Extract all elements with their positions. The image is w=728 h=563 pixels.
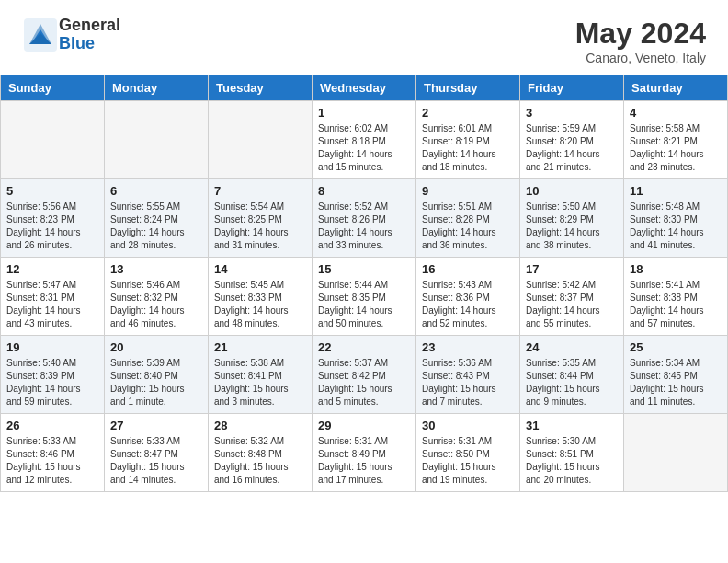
calendar-week-row: 1Sunrise: 6:02 AMSunset: 8:18 PMDaylight… — [1, 101, 728, 179]
calendar-week-row: 19Sunrise: 5:40 AMSunset: 8:39 PMDayligh… — [1, 336, 728, 414]
location: Canaro, Veneto, Italy — [575, 51, 706, 65]
col-header-sunday: Sunday — [1, 75, 105, 101]
col-header-tuesday: Tuesday — [209, 75, 313, 101]
day-number: 28 — [214, 419, 306, 432]
day-number: 8 — [318, 184, 410, 198]
calendar-cell: 2Sunrise: 6:01 AMSunset: 8:19 PMDaylight… — [416, 101, 520, 179]
page-header: General Blue May 2024 Canaro, Veneto, It… — [0, 0, 728, 75]
day-info: Sunrise: 5:58 AMSunset: 8:21 PMDaylight:… — [630, 122, 722, 174]
day-number: 12 — [6, 262, 98, 276]
day-number: 25 — [630, 340, 722, 354]
day-info: Sunrise: 5:37 AMSunset: 8:42 PMDaylight:… — [318, 357, 410, 408]
day-info: Sunrise: 5:55 AMSunset: 8:24 PMDaylight:… — [110, 201, 202, 252]
day-number: 29 — [318, 419, 410, 432]
day-info: Sunrise: 5:52 AMSunset: 8:26 PMDaylight:… — [318, 201, 410, 252]
day-number: 24 — [526, 340, 618, 354]
col-header-thursday: Thursday — [416, 75, 520, 101]
day-number: 17 — [526, 262, 618, 276]
day-info: Sunrise: 5:41 AMSunset: 8:38 PMDaylight:… — [630, 279, 722, 330]
day-number: 5 — [6, 184, 98, 198]
calendar-cell: 20Sunrise: 5:39 AMSunset: 8:40 PMDayligh… — [105, 336, 209, 414]
calendar-cell: 24Sunrise: 5:35 AMSunset: 8:44 PMDayligh… — [520, 336, 624, 414]
day-info: Sunrise: 5:43 AMSunset: 8:36 PMDaylight:… — [422, 279, 514, 330]
calendar-cell: 28Sunrise: 5:32 AMSunset: 8:48 PMDayligh… — [209, 414, 313, 492]
calendar-cell: 7Sunrise: 5:54 AMSunset: 8:25 PMDaylight… — [209, 179, 313, 258]
calendar-cell: 6Sunrise: 5:55 AMSunset: 8:24 PMDaylight… — [105, 179, 209, 258]
day-number: 3 — [526, 106, 618, 120]
calendar-cell: 8Sunrise: 5:52 AMSunset: 8:26 PMDaylight… — [313, 179, 416, 258]
logo: General Blue — [22, 17, 120, 53]
calendar-cell: 10Sunrise: 5:50 AMSunset: 8:29 PMDayligh… — [520, 179, 624, 258]
calendar-cell: 16Sunrise: 5:43 AMSunset: 8:36 PMDayligh… — [416, 258, 520, 336]
day-info: Sunrise: 5:48 AMSunset: 8:30 PMDaylight:… — [630, 201, 722, 252]
day-number: 15 — [318, 262, 410, 276]
day-number: 22 — [318, 340, 410, 354]
day-number: 11 — [630, 184, 722, 198]
day-number: 6 — [110, 184, 202, 198]
calendar-cell: 29Sunrise: 5:31 AMSunset: 8:49 PMDayligh… — [313, 414, 416, 492]
calendar-cell: 1Sunrise: 6:02 AMSunset: 8:18 PMDaylight… — [313, 101, 416, 179]
col-header-monday: Monday — [105, 75, 209, 101]
day-number: 27 — [110, 419, 202, 432]
day-number: 1 — [318, 106, 410, 120]
day-number: 26 — [6, 419, 98, 432]
calendar-cell: 12Sunrise: 5:47 AMSunset: 8:31 PMDayligh… — [1, 258, 105, 336]
col-header-wednesday: Wednesday — [313, 75, 416, 101]
calendar-cell: 31Sunrise: 5:30 AMSunset: 8:51 PMDayligh… — [520, 414, 624, 492]
calendar-cell: 9Sunrise: 5:51 AMSunset: 8:28 PMDaylight… — [416, 179, 520, 258]
day-info: Sunrise: 5:31 AMSunset: 8:49 PMDaylight:… — [318, 435, 410, 487]
day-number: 7 — [214, 184, 306, 198]
day-info: Sunrise: 5:56 AMSunset: 8:23 PMDaylight:… — [6, 201, 98, 252]
calendar-cell: 19Sunrise: 5:40 AMSunset: 8:39 PMDayligh… — [1, 336, 105, 414]
calendar-cell: 18Sunrise: 5:41 AMSunset: 8:38 PMDayligh… — [624, 258, 728, 336]
day-info: Sunrise: 5:40 AMSunset: 8:39 PMDaylight:… — [6, 357, 98, 408]
calendar-table: SundayMondayTuesdayWednesdayThursdayFrid… — [0, 75, 728, 492]
calendar-cell — [1, 101, 105, 179]
calendar-cell: 13Sunrise: 5:46 AMSunset: 8:32 PMDayligh… — [105, 258, 209, 336]
day-info: Sunrise: 5:36 AMSunset: 8:43 PMDaylight:… — [422, 357, 514, 408]
calendar-cell: 23Sunrise: 5:36 AMSunset: 8:43 PMDayligh… — [416, 336, 520, 414]
day-info: Sunrise: 5:38 AMSunset: 8:41 PMDaylight:… — [214, 357, 306, 408]
day-info: Sunrise: 5:31 AMSunset: 8:50 PMDaylight:… — [422, 435, 514, 487]
day-info: Sunrise: 6:02 AMSunset: 8:18 PMDaylight:… — [318, 122, 410, 174]
calendar-cell — [624, 414, 728, 492]
day-info: Sunrise: 5:35 AMSunset: 8:44 PMDaylight:… — [526, 357, 618, 408]
day-info: Sunrise: 5:44 AMSunset: 8:35 PMDaylight:… — [318, 279, 410, 330]
day-number: 13 — [110, 262, 202, 276]
day-info: Sunrise: 5:59 AMSunset: 8:20 PMDaylight:… — [526, 122, 618, 174]
calendar-cell: 4Sunrise: 5:58 AMSunset: 8:21 PMDaylight… — [624, 101, 728, 179]
day-info: Sunrise: 5:33 AMSunset: 8:47 PMDaylight:… — [110, 435, 202, 487]
calendar-cell: 15Sunrise: 5:44 AMSunset: 8:35 PMDayligh… — [313, 258, 416, 336]
calendar-cell: 30Sunrise: 5:31 AMSunset: 8:50 PMDayligh… — [416, 414, 520, 492]
logo-icon — [22, 17, 59, 53]
calendar-cell: 26Sunrise: 5:33 AMSunset: 8:46 PMDayligh… — [1, 414, 105, 492]
day-info: Sunrise: 5:33 AMSunset: 8:46 PMDaylight:… — [6, 435, 98, 487]
day-number: 23 — [422, 340, 514, 354]
calendar-cell: 25Sunrise: 5:34 AMSunset: 8:45 PMDayligh… — [624, 336, 728, 414]
day-info: Sunrise: 5:42 AMSunset: 8:37 PMDaylight:… — [526, 279, 618, 330]
day-number: 9 — [422, 184, 514, 198]
day-info: Sunrise: 5:46 AMSunset: 8:32 PMDaylight:… — [110, 279, 202, 330]
day-info: Sunrise: 5:34 AMSunset: 8:45 PMDaylight:… — [630, 357, 722, 408]
col-header-friday: Friday — [520, 75, 624, 101]
day-info: Sunrise: 5:30 AMSunset: 8:51 PMDaylight:… — [526, 435, 618, 487]
calendar-week-row: 26Sunrise: 5:33 AMSunset: 8:46 PMDayligh… — [1, 414, 728, 492]
calendar-cell: 3Sunrise: 5:59 AMSunset: 8:20 PMDaylight… — [520, 101, 624, 179]
logo-general-text: General — [59, 17, 120, 35]
day-number: 19 — [6, 340, 98, 354]
day-number: 2 — [422, 106, 514, 120]
calendar-cell: 14Sunrise: 5:45 AMSunset: 8:33 PMDayligh… — [209, 258, 313, 336]
day-info: Sunrise: 5:32 AMSunset: 8:48 PMDaylight:… — [214, 435, 306, 487]
day-info: Sunrise: 6:01 AMSunset: 8:19 PMDaylight:… — [422, 122, 514, 174]
title-block: May 2024 Canaro, Veneto, Italy — [575, 17, 706, 65]
col-header-saturday: Saturday — [624, 75, 728, 101]
day-info: Sunrise: 5:50 AMSunset: 8:29 PMDaylight:… — [526, 201, 618, 252]
calendar-cell: 27Sunrise: 5:33 AMSunset: 8:47 PMDayligh… — [105, 414, 209, 492]
calendar-week-row: 12Sunrise: 5:47 AMSunset: 8:31 PMDayligh… — [1, 258, 728, 336]
calendar-cell — [105, 101, 209, 179]
day-number: 10 — [526, 184, 618, 198]
logo-text: General Blue — [59, 17, 120, 53]
day-info: Sunrise: 5:45 AMSunset: 8:33 PMDaylight:… — [214, 279, 306, 330]
month-title: May 2024 — [575, 17, 706, 51]
day-number: 14 — [214, 262, 306, 276]
